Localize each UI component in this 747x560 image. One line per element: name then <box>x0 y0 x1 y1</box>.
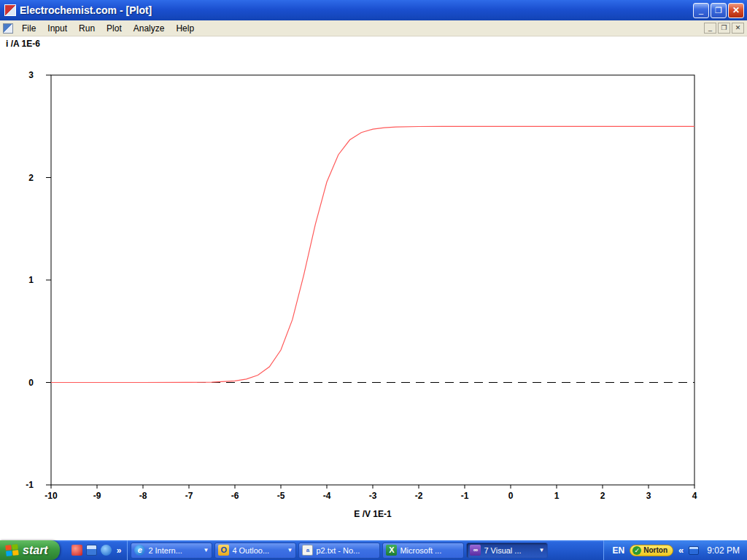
window-title: Electrochemist.com - [Plot] <box>20 4 693 16</box>
taskbar-button-3[interactable]: ap2.txt - No... <box>298 542 380 559</box>
internet-explorer-icon: e <box>134 545 145 556</box>
task-buttons: e2 Intern...▼O4 Outloo...▼ap2.txt - No..… <box>128 540 603 560</box>
x-tick-label: 3 <box>646 491 651 501</box>
norton-label: Norton <box>643 546 667 554</box>
taskbar-button-label: 2 Intern... <box>148 546 200 555</box>
y-tick-label: 3 <box>28 70 34 80</box>
windows-flag-icon <box>5 544 20 557</box>
restore-button[interactable]: ❐ <box>711 3 727 18</box>
clock: 9:02 PM <box>704 545 740 556</box>
y-tick-label: 1 <box>28 275 34 285</box>
y-axis-label: i /A 1E-6 <box>6 39 40 49</box>
plot-child-window-icon <box>3 23 13 34</box>
menu-item-analyze[interactable]: Analyze <box>128 21 171 36</box>
outlook-icon: O <box>218 545 229 556</box>
x-tick-label: -6 <box>231 491 239 501</box>
menu-item-plot[interactable]: Plot <box>101 21 128 36</box>
taskbar-button-label: 7 Visual ... <box>484 546 535 555</box>
app-icon <box>4 4 16 16</box>
network-tray-icon[interactable] <box>689 546 699 555</box>
menu-bar: FileInputRunPlotAnalyzeHelp _ ❐ ✕ <box>0 20 747 36</box>
group-dropdown-arrow-icon[interactable]: ▼ <box>287 547 293 553</box>
y-tick-label: 0 <box>28 378 34 388</box>
x-tick-label: 0 <box>508 491 514 501</box>
language-indicator[interactable]: EN <box>613 545 625 556</box>
excel-icon: X <box>386 545 397 556</box>
menu-item-run[interactable]: Run <box>73 21 101 36</box>
x-tick-label: -4 <box>323 491 331 501</box>
plot-frame <box>51 75 694 485</box>
taskbar: start » e2 Intern...▼O4 Outloo...▼ap2.tx… <box>0 540 747 560</box>
system-tray: EN ✓ Norton « 9:02 PM <box>603 540 747 560</box>
y-tick-label: -1 <box>26 480 34 490</box>
x-tick-label: -7 <box>185 491 193 501</box>
taskbar-button-5[interactable]: ∞7 Visual ...▼ <box>466 542 548 559</box>
hide-icons-chevron[interactable]: « <box>678 545 684 556</box>
quick-launch-bar: » <box>67 540 128 560</box>
taskbar-button-label: Microsoft ... <box>400 546 460 555</box>
x-tick-label: 4 <box>692 491 697 501</box>
x-tick-label: -10 <box>44 491 58 501</box>
quick-launch-overflow-chevron[interactable]: » <box>115 545 123 556</box>
taskbar-button-2[interactable]: O4 Outloo...▼ <box>214 542 296 559</box>
menu-items: FileInputRunPlotAnalyzeHelp <box>16 21 704 36</box>
menu-item-help[interactable]: Help <box>170 21 200 36</box>
x-tick-label: -1 <box>461 491 469 501</box>
x-tick-label: 2 <box>600 491 605 501</box>
plot-canvas: -10-9-8-7-6-5-4-3-2-101234-10123i /A 1E-… <box>0 36 747 540</box>
start-label: start <box>23 544 48 557</box>
plot-client-area: -10-9-8-7-6-5-4-3-2-101234-10123i /A 1E-… <box>0 36 747 540</box>
x-tick-label: -9 <box>93 491 101 501</box>
notepad-icon: a <box>302 545 313 556</box>
quick-launch-desktop-icon[interactable] <box>86 545 97 556</box>
x-tick-label: -2 <box>415 491 423 501</box>
taskbar-button-label: p2.txt - No... <box>316 546 376 555</box>
norton-check-icon: ✓ <box>632 546 641 555</box>
x-tick-label: 1 <box>554 491 560 501</box>
menu-item-input[interactable]: Input <box>42 21 73 36</box>
x-axis-label: E /V 1E-1 <box>354 509 392 519</box>
quick-launch-red-app-icon[interactable] <box>71 545 82 556</box>
x-tick-label: -3 <box>369 491 377 501</box>
minimize-button[interactable]: _ <box>693 3 709 18</box>
group-dropdown-arrow-icon[interactable]: ▼ <box>538 547 544 553</box>
child-restore-button[interactable]: ❐ <box>718 23 730 34</box>
quick-launch-browser-icon[interactable] <box>101 545 112 556</box>
norton-badge[interactable]: ✓ Norton <box>630 545 673 556</box>
menu-item-file[interactable]: File <box>16 21 42 36</box>
taskbar-button-1[interactable]: e2 Intern...▼ <box>131 542 212 559</box>
taskbar-button-4[interactable]: XMicrosoft ... <box>382 542 464 559</box>
start-button[interactable]: start <box>0 540 60 560</box>
visual-studio-icon: ∞ <box>470 545 481 556</box>
y-tick-label: 2 <box>28 173 34 183</box>
taskbar-button-label: 4 Outloo... <box>232 546 284 555</box>
title-bar: Electrochemist.com - [Plot] _ ❐ ✕ <box>0 0 747 20</box>
group-dropdown-arrow-icon[interactable]: ▼ <box>203 547 209 553</box>
x-tick-label: -5 <box>277 491 285 501</box>
close-button[interactable]: ✕ <box>728 3 744 18</box>
child-close-button[interactable]: ✕ <box>732 23 744 34</box>
x-tick-label: -8 <box>139 491 147 501</box>
child-minimize-button[interactable]: _ <box>704 23 716 34</box>
